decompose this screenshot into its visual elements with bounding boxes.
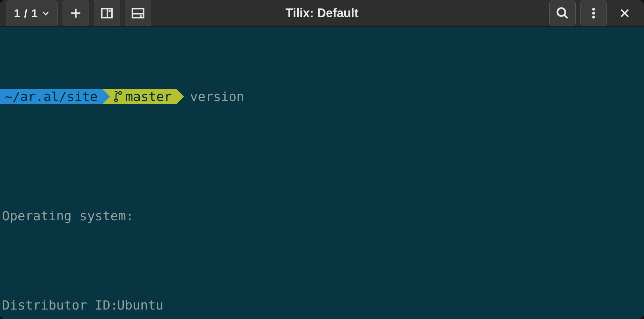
plus-icon xyxy=(69,6,83,20)
svg-line-11 xyxy=(564,15,568,18)
split-right-button[interactable] xyxy=(94,0,120,26)
search-button[interactable] xyxy=(549,0,576,26)
session-dropdown[interactable]: 1 / 1 xyxy=(6,0,58,26)
prompt-path-segment: ~/ar.al/site xyxy=(0,89,102,104)
git-branch-icon xyxy=(114,91,122,102)
new-tab-button[interactable] xyxy=(63,0,89,26)
split-right-icon xyxy=(100,6,114,20)
split-down-icon xyxy=(131,6,145,20)
svg-point-13 xyxy=(592,12,595,15)
menu-button[interactable] xyxy=(580,0,607,26)
svg-point-17 xyxy=(115,99,117,102)
header-left-group: 1 / 1 xyxy=(6,0,151,26)
prompt-branch-text: master xyxy=(125,89,172,104)
terminal-pane[interactable]: ~/ar.al/site master version Operating sy… xyxy=(0,27,644,319)
output-line: Distributor ID:Ubuntu xyxy=(0,298,644,313)
svg-point-18 xyxy=(119,92,121,94)
prompt-command: version xyxy=(177,89,244,104)
split-down-button[interactable] xyxy=(125,0,151,26)
app-window: 1 / 1 xyxy=(0,0,644,319)
header-right-group xyxy=(549,0,638,26)
prompt-path-text: ~/ar.al/site xyxy=(5,89,98,104)
close-icon xyxy=(619,7,631,19)
header-bar: 1 / 1 xyxy=(0,0,644,27)
output-line: Operating system: xyxy=(0,208,644,223)
kebab-icon xyxy=(587,6,600,20)
svg-point-14 xyxy=(592,16,595,19)
search-icon xyxy=(556,6,569,20)
session-label: 1 / 1 xyxy=(14,7,38,20)
prompt-line: ~/ar.al/site master version xyxy=(0,89,644,104)
prompt-branch-segment: master xyxy=(102,89,177,104)
close-button[interactable] xyxy=(612,0,638,26)
chevron-down-icon xyxy=(41,9,50,18)
svg-point-12 xyxy=(592,8,595,10)
svg-point-10 xyxy=(557,8,565,16)
